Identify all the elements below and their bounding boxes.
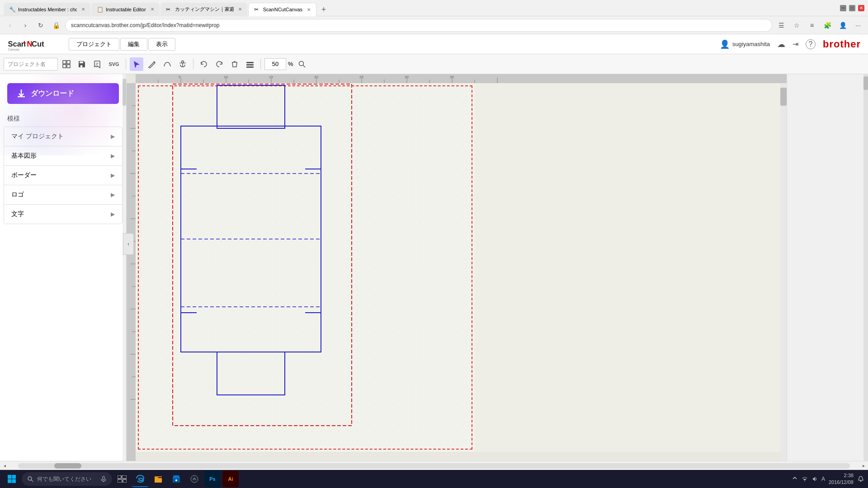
new-tab-button[interactable]: + (317, 4, 330, 16)
tab1-favicon: 🔧 (9, 6, 15, 13)
tab4-close[interactable]: ✕ (307, 7, 311, 12)
design-svg[interactable] (172, 83, 353, 427)
select-icon (132, 60, 141, 68)
sidebar-item-basic-shapes[interactable]: 基本図形 ▶ (4, 146, 122, 166)
help-icon[interactable]: ? (806, 39, 816, 49)
browser-tab-1[interactable]: 🔧 Instructables Member : cho ✕ (4, 3, 90, 16)
grid-tool-btn[interactable] (60, 57, 73, 71)
app-header: Scan N Cut Canvas プロジェクト 編集 表示 👤 sugiyam… (0, 34, 868, 54)
header-right: 👤 sugiyamashita ☁ ⇥ ? brother (720, 38, 861, 50)
taskbar-app-steam[interactable] (186, 471, 203, 487)
sidebar-collapse-button[interactable]: ‹ (123, 233, 134, 255)
zoom-input[interactable] (264, 58, 286, 70)
logo-arrow: ▶ (111, 192, 115, 198)
taskbar-task-view[interactable] (114, 471, 130, 487)
toolbar-separator-3 (260, 59, 261, 70)
taskbar-app-photoshop[interactable]: Ps (204, 471, 221, 487)
menu-edit[interactable]: 編集 (120, 38, 147, 51)
canvas-content[interactable] (136, 83, 787, 452)
taskbar-search[interactable]: 何でも聞いてください (22, 472, 112, 486)
bezier-tool-btn[interactable] (160, 57, 174, 71)
start-button[interactable] (4, 471, 20, 487)
sidebar-item-border[interactable]: ボーダー ▶ (4, 166, 122, 185)
svg-rect-80 (155, 476, 162, 477)
sidebar-item-logo[interactable]: ロゴ ▶ (4, 185, 122, 205)
sidebar-item-text[interactable]: 文字 ▶ (4, 205, 122, 224)
notification-icon[interactable] (857, 475, 864, 483)
canvas-v-scrollbar-thumb (780, 88, 787, 106)
browser-tab-4[interactable]: ✂ ScanNCutCanvas ✕ (248, 3, 316, 16)
tab1-close[interactable]: ✕ (81, 7, 85, 12)
settings-icon[interactable]: ≡ (806, 19, 818, 32)
more-icon[interactable]: ··· (852, 19, 864, 32)
redo-btn[interactable] (212, 57, 226, 71)
browser-tab-3[interactable]: ✂ カッティングマシン｜家庭用ミシ ✕ (160, 3, 247, 16)
network-icon (802, 476, 808, 482)
undo-btn[interactable] (197, 57, 211, 71)
canvas-v-scrollbar[interactable] (780, 83, 787, 461)
tab2-favicon: 📋 (97, 6, 103, 13)
svg-rect-11 (246, 62, 254, 63)
app-logo: Scan N Cut Canvas (7, 35, 61, 53)
svg-rect-77 (122, 475, 127, 479)
pen-tool-btn[interactable] (145, 57, 159, 71)
sidebar-item-text-label: 文字 (11, 210, 24, 218)
ime-icon: A (821, 476, 825, 482)
taskbar-app-store[interactable] (168, 471, 184, 487)
maximize-button[interactable]: □ (849, 5, 855, 11)
menu-view[interactable]: 表示 (148, 38, 175, 51)
redo-icon (215, 60, 223, 68)
tray-show-icon[interactable] (792, 476, 798, 482)
address-bar[interactable]: scanncutcanvas.brother.com/jp/Editor/Ind… (65, 19, 772, 32)
signout-icon[interactable]: ⇥ (793, 40, 798, 48)
scroll-left-button[interactable]: ◂ (0, 461, 9, 470)
minimize-button[interactable]: ─ (840, 5, 846, 11)
forward-button[interactable]: › (19, 19, 32, 32)
menu-project[interactable]: プロジェクト (69, 38, 119, 51)
toolbar-separator-2 (193, 59, 193, 70)
canvas-area[interactable]: 5 10 15 20 25 30 35 (127, 74, 787, 461)
close-button[interactable]: ✕ (858, 5, 864, 11)
export-btn[interactable] (90, 57, 104, 71)
bookmark-list-icon[interactable]: ☰ (775, 19, 788, 32)
tab2-close[interactable]: ✕ (151, 7, 154, 12)
svg-text:Scan: Scan (8, 40, 26, 48)
sidebar-item-my-projects[interactable]: マイ プロジェクト ▶ (4, 127, 122, 146)
right-scrollbar[interactable] (863, 74, 868, 461)
save-btn[interactable] (75, 57, 89, 71)
svg-text:15: 15 (269, 75, 273, 79)
zoom-search-btn[interactable] (295, 57, 309, 71)
taskbar-app-illustrator[interactable]: Ai (222, 471, 239, 487)
back-button[interactable]: ‹ (4, 19, 16, 32)
clock-time: 2:38 (829, 472, 854, 479)
taskbar-apps: Ps Ai (132, 471, 790, 487)
taskbar-app-explorer[interactable] (150, 471, 166, 487)
download-button[interactable]: ダウンロード (7, 83, 119, 104)
account-icon[interactable]: 👤 (836, 19, 849, 32)
ruler-left-svg (127, 83, 136, 461)
delete-btn[interactable] (228, 57, 241, 71)
bottom-scrollbar-bar: ◂ ▸ (0, 461, 868, 470)
svg-import-btn[interactable]: SVG (106, 57, 122, 71)
extensions-icon[interactable]: 🧩 (821, 19, 834, 32)
bookmark-star-icon[interactable]: ☆ (790, 19, 803, 32)
refresh-button[interactable]: ↻ (34, 19, 47, 32)
right-scrollbar-thumb (863, 76, 868, 90)
browser-tab-2[interactable]: 📋 Instructable Editor ✕ (91, 3, 160, 16)
taskbar-app-edge[interactable] (132, 471, 148, 487)
main-menu: プロジェクト 編集 表示 (69, 38, 175, 51)
save-cloud-icon[interactable]: ☁ (777, 39, 785, 49)
tab3-label: カッティングマシン｜家庭用ミシ (175, 6, 234, 13)
anchor-tool-btn[interactable] (176, 57, 189, 71)
sidebar-scrollbar[interactable] (123, 74, 126, 461)
user-icon: 👤 (720, 39, 730, 49)
horizontal-scrollbar[interactable] (18, 463, 850, 469)
project-name-input[interactable] (4, 58, 58, 70)
properties-btn[interactable] (243, 57, 257, 71)
tab1-label: Instructables Member : cho (18, 7, 77, 12)
secondary-toolbar: SVG (0, 54, 868, 74)
scroll-right-button[interactable]: ▸ (859, 461, 868, 470)
svg-point-9 (182, 61, 184, 63)
select-tool-btn[interactable] (130, 57, 143, 71)
tab3-close[interactable]: ✕ (238, 7, 242, 12)
